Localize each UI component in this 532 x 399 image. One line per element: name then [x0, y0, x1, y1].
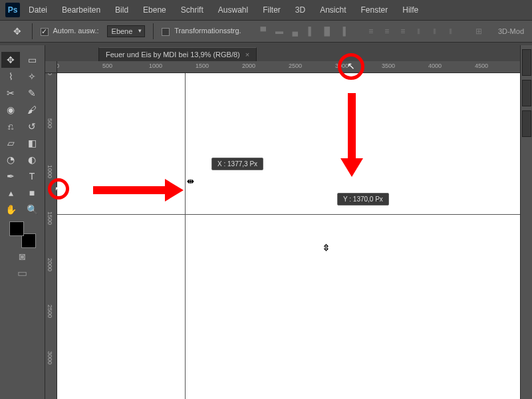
zoom-tool[interactable]: 🔍	[23, 201, 41, 217]
transform-controls-label: Transformationsstrg.	[174, 27, 241, 35]
quick-mask-icon[interactable]: ◙	[13, 249, 32, 264]
close-icon[interactable]: ×	[245, 51, 249, 59]
foreground-color-swatch[interactable]	[9, 221, 24, 236]
horizontal-ruler[interactable]: 050010001500200025003000350040004500	[57, 61, 520, 73]
ruler-tick-label: 1000	[149, 63, 162, 69]
move-tool[interactable]: ✥	[1, 52, 20, 68]
ruler-tick-label: 1500	[47, 211, 53, 225]
marquee-tool[interactable]: ▭	[23, 52, 41, 68]
blur-tool[interactable]: ◔	[1, 152, 20, 168]
spot-heal-tool[interactable]: ◉	[1, 102, 20, 118]
guide-drag-cursor-v-icon: ⇳	[323, 243, 330, 253]
menu-window[interactable]: Fenster	[355, 3, 394, 17]
menu-help[interactable]: Hilfe	[396, 3, 424, 17]
crop-tool[interactable]: ✂	[1, 85, 20, 101]
document-tab[interactable]: Feuer und Eis by MDI bei 13,9% (RGB/8) ×	[98, 47, 257, 61]
distribute-vcenter-icon[interactable]: ≡	[381, 25, 393, 37]
ruler-tick-label: 500	[102, 63, 112, 69]
guide-drag-cursor-h-icon: ⇹	[187, 176, 194, 186]
align-bottom-icon[interactable]: ▄	[289, 25, 301, 37]
menu-3d[interactable]: 3D	[289, 3, 311, 17]
align-right-icon[interactable]: ▐	[337, 25, 349, 37]
canvas[interactable]: ⇹ ⇳ X : 1377,3 Px Y : 1370,0 Px	[57, 73, 520, 399]
distribute-left-icon[interactable]: ⦀	[413, 25, 425, 37]
checkbox-icon[interactable]	[41, 28, 49, 36]
guide-y-tooltip: Y : 1370,0 Px	[337, 193, 389, 205]
tooltip-value: 1370,0 Px	[353, 196, 383, 203]
auto-select-target-dropdown[interactable]: Ebene	[107, 25, 146, 37]
vertical-ruler[interactable]: 050010001500200025003000	[45, 73, 57, 399]
menu-view[interactable]: Ansicht	[314, 3, 352, 17]
dodge-tool[interactable]: ◐	[23, 152, 41, 168]
tooltip-label: X :	[217, 160, 225, 168]
align-button-group: ▀ ▬ ▄ ▌ █ ▐ ≡ ≡ ≡ ⦀ ⦀ ⦀ ⊞ 3D-Mod	[257, 25, 532, 37]
divider	[153, 23, 154, 39]
menubar: Ps Datei Bearbeiten Bild Ebene Schrift A…	[0, 0, 532, 20]
auto-select-option[interactable]: Autom. ausw.:	[41, 27, 99, 35]
pen-tool[interactable]: ✒	[1, 168, 20, 184]
screen-mode-icon[interactable]: ▭	[13, 265, 32, 280]
align-left-icon[interactable]: ▌	[305, 25, 317, 37]
hand-tool[interactable]: ✋	[1, 201, 20, 217]
ruler-tick-label: 1500	[196, 63, 209, 69]
auto-align-icon[interactable]: ⊞	[473, 25, 485, 37]
ruler-tick-label: 4500	[475, 63, 488, 69]
divider	[32, 23, 33, 39]
ruler-tick-label: 0	[47, 73, 53, 75]
distribute-bottom-icon[interactable]: ≡	[397, 25, 409, 37]
ruler-tick-label: 4000	[428, 63, 442, 69]
transform-controls-option[interactable]: Transformationsstrg.	[162, 27, 241, 35]
menu-image[interactable]: Bild	[109, 3, 134, 17]
panel-button[interactable]	[522, 80, 531, 106]
ruler-origin[interactable]	[45, 61, 57, 73]
brush-tool[interactable]: 🖌	[23, 102, 41, 118]
distribute-hcenter-icon[interactable]: ⦀	[429, 25, 441, 37]
panel-strip	[520, 45, 532, 399]
cursor-icon: ↖	[55, 184, 63, 195]
ruler-tick-label: 2500	[289, 63, 302, 69]
ruler-tick-label: 2500	[47, 305, 53, 318]
panel-button[interactable]	[522, 49, 531, 76]
rectangle-tool[interactable]: ■	[23, 185, 41, 201]
checkbox-icon[interactable]	[162, 28, 170, 36]
path-select-tool[interactable]: ▴	[1, 185, 20, 201]
tooltip-value: 1377,3 Px	[227, 160, 257, 168]
type-tool[interactable]: T	[23, 168, 41, 184]
guide-x-tooltip: X : 1377,3 Px	[211, 158, 263, 170]
options-bar: ✥ Autom. ausw.: Ebene Transformationsstr…	[0, 20, 532, 43]
document-tab-title: Feuer und Eis by MDI bei 13,9% (RGB/8)	[106, 51, 240, 59]
align-vcenter-icon[interactable]: ▬	[273, 25, 285, 37]
canvas-viewport[interactable]: ⇹ ⇳ X : 1377,3 Px Y : 1370,0 Px	[57, 73, 520, 399]
clone-stamp-tool[interactable]: ⎌	[1, 118, 20, 134]
mode-3d-label[interactable]: 3D-Mod	[498, 25, 524, 37]
history-brush-tool[interactable]: ↺	[23, 118, 41, 134]
horizontal-guide[interactable]	[57, 214, 520, 215]
distribute-right-icon[interactable]: ⦀	[445, 25, 457, 37]
move-tool-icon: ✥	[11, 25, 24, 38]
menu-filter[interactable]: Filter	[257, 3, 287, 17]
panel-button[interactable]	[522, 110, 531, 137]
color-swatches[interactable]	[9, 221, 36, 248]
menu-edit[interactable]: Bearbeiten	[56, 3, 106, 17]
eyedropper-tool[interactable]: ✎	[23, 85, 41, 101]
auto-select-label: Autom. ausw.:	[53, 27, 98, 35]
toolbox: ✥ ▭ ⌇ ✧ ✂ ✎ ◉ 🖌 ⎌ ↺ ▱ ◧ ◔ ◐ ✒ T ▴ ■ ✋ 🔍 …	[0, 45, 45, 399]
ruler-tick-label: 500	[47, 118, 53, 128]
ruler-tick-label: 2000	[47, 258, 53, 271]
eraser-tool[interactable]: ▱	[1, 135, 20, 151]
magic-wand-tool[interactable]: ✧	[23, 68, 41, 84]
document-area: Feuer und Eis by MDI bei 13,9% (RGB/8) ×…	[45, 45, 520, 399]
menu-type[interactable]: Schrift	[175, 3, 209, 17]
menu-layer[interactable]: Ebene	[137, 3, 172, 17]
tooltip-label: Y :	[343, 196, 351, 203]
menu-select[interactable]: Auswahl	[212, 3, 254, 17]
distribute-top-icon[interactable]: ≡	[365, 25, 377, 37]
ruler-tick-label: 3000	[47, 351, 53, 364]
align-hcenter-icon[interactable]: █	[321, 25, 333, 37]
lasso-tool[interactable]: ⌇	[1, 68, 20, 84]
app-logo: Ps	[5, 3, 20, 17]
gradient-tool[interactable]: ◧	[23, 135, 41, 151]
align-top-icon[interactable]: ▀	[257, 25, 269, 37]
vertical-guide[interactable]	[185, 73, 186, 399]
menu-file[interactable]: Datei	[23, 3, 53, 17]
